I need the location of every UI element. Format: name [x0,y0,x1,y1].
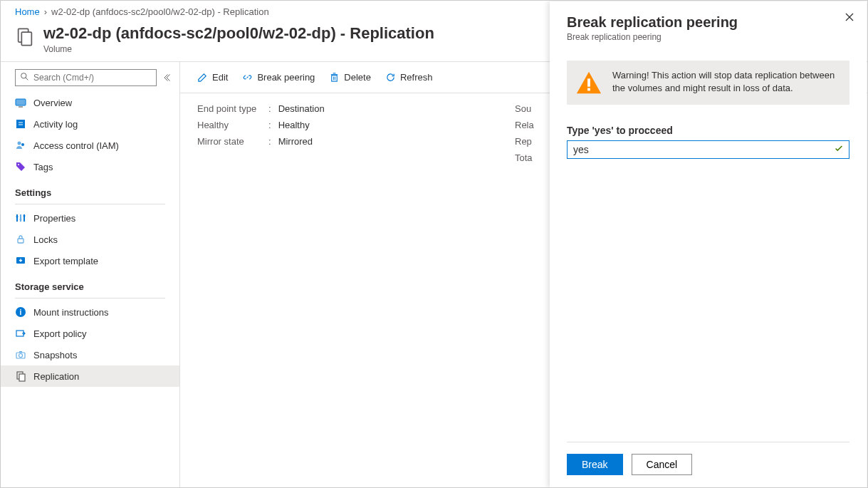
sidebar-item-label: Export template [33,256,98,266]
mount-instructions-icon: i [15,306,26,318]
property-value: Healthy [278,120,310,130]
toolbar-label: Delete [344,72,371,83]
property-value: Mirrored [278,136,313,147]
property-label: Healthy [197,120,261,130]
search-icon [20,72,29,83]
svg-rect-28 [332,76,338,81]
sidebar-item-label: Overview [33,98,72,108]
toolbar-label: Refresh [400,72,433,83]
panel-footer: Break Cancel [567,442,849,475]
chevron-right-icon: › [44,6,47,17]
sidebar-item-properties[interactable]: Properties [1,207,179,229]
svg-rect-27 [19,374,25,381]
break-button[interactable]: Break [567,454,623,475]
sidebar-item-tags[interactable]: Tags [1,156,179,177]
svg-point-15 [16,216,19,218]
svg-point-10 [21,143,24,146]
warning-box: Warning! This action will stop data repl… [567,61,849,105]
sidebar-item-label: Tags [33,162,53,172]
activity-log-icon [15,118,26,130]
sidebar-item-access-control[interactable]: Access control (IAM) [1,135,179,156]
svg-rect-36 [587,88,590,91]
sidebar-item-export-template[interactable]: Export template [1,250,179,271]
replication-icon [15,370,26,382]
sidebar-item-label: Locks [33,234,58,245]
confirm-input[interactable] [567,140,849,159]
divider [15,204,165,204]
export-template-icon [15,255,26,266]
sidebar-item-label: Properties [33,213,75,224]
sidebar-item-label: Mount instructions [33,307,109,318]
snapshots-icon [15,349,26,360]
sidebar-item-mount-instructions[interactable]: i Mount instructions [1,301,179,323]
sidebar-item-label: Snapshots [33,350,77,360]
locks-icon [15,234,26,245]
sidebar-item-overview[interactable]: Overview [1,92,179,113]
svg-rect-1 [21,32,31,46]
search-box[interactable] [15,69,157,86]
volume-icon [15,27,35,47]
confirm-input-label: Type 'yes' to procceed [567,125,849,136]
panel-subtitle: Break replication peering [567,32,849,42]
sidebar-item-locks[interactable]: Locks [1,229,179,250]
toolbar-label: Edit [212,72,228,83]
close-panel-button[interactable] [844,11,855,25]
svg-rect-35 [587,78,590,86]
svg-point-11 [18,164,19,165]
svg-rect-4 [16,99,26,105]
delete-button[interactable]: Delete [329,72,371,83]
access-control-icon [15,140,26,151]
svg-line-3 [26,78,28,80]
search-input[interactable] [33,73,152,83]
edit-button[interactable]: Edit [197,72,228,83]
sidebar-item-export-policy[interactable]: Export policy [1,323,179,344]
export-policy-icon [15,328,26,339]
breadcrumb-home[interactable]: Home [15,6,40,17]
warning-icon [575,69,602,96]
svg-text:i: i [20,308,22,316]
svg-rect-18 [18,239,23,243]
sidebar: Overview Activity log Access control (IA… [1,62,180,488]
sidebar-item-label: Export policy [33,328,86,339]
sidebar-item-label: Replication [33,371,79,382]
divider [15,298,165,298]
check-icon [834,144,844,156]
sidebar-item-label: Access control (IAM) [33,140,119,151]
warning-text: Warning! This action will stop data repl… [612,69,841,95]
svg-point-9 [18,142,21,145]
refresh-button[interactable]: Refresh [385,72,433,83]
overview-icon [15,97,26,108]
svg-rect-5 [19,106,23,108]
page-subtitle: Volume [43,44,434,54]
cancel-button[interactable]: Cancel [632,454,693,475]
collapse-sidebar-button[interactable] [161,73,172,82]
panel-title: Break replication peering [567,14,849,31]
properties-icon [15,212,26,224]
property-label: Mirror state [197,136,261,147]
sidebar-item-snapshots[interactable]: Snapshots [1,344,179,365]
property-value: Destination [278,103,325,114]
break-peering-button[interactable]: Break peering [242,72,315,83]
breadcrumb-current: w2-02-dp (anfdocs-sc2/pool0/w2-02-dp) - … [51,6,269,17]
svg-rect-6 [16,120,25,128]
page-title: w2-02-dp (anfdocs-sc2/pool0/w2-02-dp) - … [43,24,434,43]
svg-point-2 [21,73,26,78]
svg-point-24 [19,354,23,358]
break-replication-panel: Break replication peering Break replicat… [550,1,867,488]
property-label: End point type [197,103,261,114]
sidebar-section-settings: Settings [1,177,179,201]
sidebar-item-replication[interactable]: Replication [1,365,179,387]
tags-icon [15,161,26,172]
sidebar-item-activity-log[interactable]: Activity log [1,113,179,135]
sidebar-item-label: Activity log [33,119,78,130]
toolbar-label: Break peering [257,72,315,83]
svg-rect-25 [19,351,22,353]
svg-point-17 [23,215,26,217]
sidebar-section-storage: Storage service [1,271,179,295]
svg-point-16 [20,219,22,221]
